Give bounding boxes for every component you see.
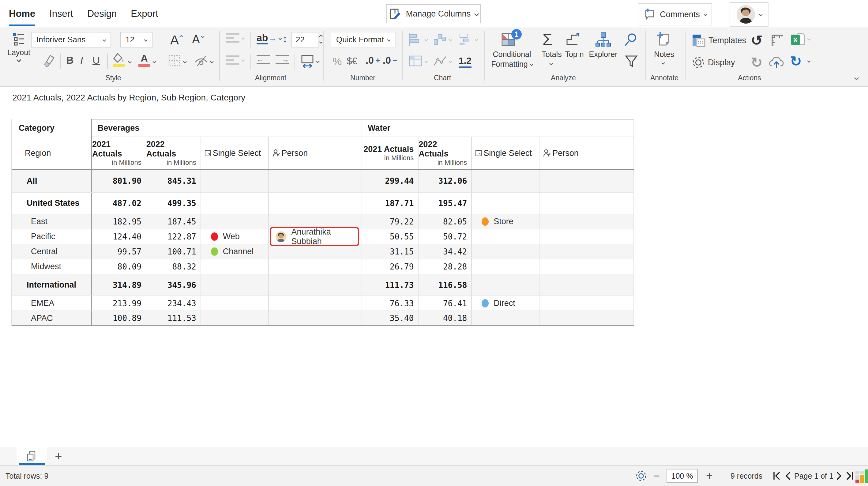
decrease-indent-button[interactable]: ← [256,55,270,64]
tab-design[interactable]: Design [87,0,117,28]
last-page-button[interactable] [844,470,855,481]
cell-wat-2022[interactable]: 312.06 [418,170,472,192]
table-view-button[interactable] [408,55,427,68]
chevron-down-icon[interactable] [153,60,156,63]
header-wat-single-select[interactable]: Single Select [472,137,539,169]
active-sheet-tab[interactable] [17,448,47,465]
cell-bev-2022[interactable]: 499.35 [146,193,201,214]
cell-bev-2022[interactable]: 845.31 [146,170,201,192]
manage-columns-button[interactable]: Manage Columns [386,4,481,23]
decimal-places-button[interactable]: 1.2 [459,55,471,68]
cell-bev-person[interactable] [269,170,363,192]
header-wat-person[interactable]: Person [539,137,634,169]
cell-bev-2022[interactable]: 122.87 [146,230,201,244]
zoom-level-input[interactable]: 100 % [666,469,698,483]
layout-button[interactable]: Layout [7,32,30,62]
header-bev-2022[interactable]: 2022 Actualsin Millions [146,137,201,169]
cell-bev-person[interactable] [269,274,363,296]
cell-bev-2021[interactable]: 80.09 [92,260,146,274]
cell-bev-2022[interactable]: 345.96 [146,274,201,296]
grow-font-button[interactable]: A [170,33,183,48]
header-bev-single-select[interactable]: Single Select [201,137,269,169]
font-size-select[interactable]: 12 [120,32,153,48]
zoom-out-button[interactable]: − [653,466,660,486]
format-painter-button[interactable] [43,54,56,68]
cell-wat-single-select[interactable] [472,193,539,214]
cell-wat-single-select[interactable]: Direct [472,296,539,310]
cell-bev-2022[interactable]: 88.32 [146,260,201,274]
combo-chart-button[interactable] [459,33,477,46]
cell-wat-single-select[interactable] [472,170,539,192]
row-label[interactable]: Central [12,244,92,259]
cell-bev-single-select[interactable] [201,260,269,274]
column-width-button[interactable] [301,54,319,68]
zoom-in-button[interactable]: + [706,466,712,486]
wrap-text-button[interactable]: ab → [256,32,281,44]
cell-wat-2021[interactable]: 299.44 [362,170,418,192]
waterfall-chart-button[interactable] [433,33,452,46]
cell-bev-2021[interactable]: 801.90 [92,170,146,192]
cell-wat-person[interactable] [539,214,634,229]
cell-wat-2022[interactable]: 50.72 [418,230,472,244]
cell-wat-single-select[interactable] [472,244,539,259]
comments-button[interactable]: Comments [638,3,712,25]
currency-format-button[interactable]: $€ [347,55,358,67]
italic-button[interactable]: I [80,54,83,66]
column-group-water[interactable]: Water [362,119,634,137]
cell-bev-person[interactable] [269,260,363,274]
next-page-button[interactable] [835,470,844,481]
cell-bev-person[interactable] [269,296,363,310]
cell-wat-2021[interactable]: 79.22 [362,214,418,229]
visibility-button[interactable] [194,54,208,67]
upload-button[interactable] [769,55,784,69]
refresh-button[interactable]: ↻ [790,53,802,69]
cell-wat-2021[interactable]: 31.15 [362,244,418,259]
user-menu-button[interactable] [730,2,769,27]
explorer-button[interactable] [595,32,611,48]
cell-bev-2022[interactable]: 111.53 [146,311,201,325]
chevron-down-icon[interactable] [183,60,186,63]
cell-bev-single-select[interactable] [201,311,269,325]
vertical-align-button[interactable] [226,33,244,42]
settings-button[interactable] [634,466,648,486]
increase-indent-button[interactable]: → [276,55,289,64]
decrease-decimal-button[interactable]: .0− [383,55,397,66]
chevron-down-icon[interactable] [807,59,810,62]
search-button[interactable] [624,33,638,47]
cell-bev-single-select[interactable]: Web [201,230,269,244]
cell-bev-single-select[interactable] [201,296,269,310]
cell-bev-person[interactable] [269,214,363,229]
cell-wat-person[interactable] [539,311,634,325]
cell-wat-2021[interactable]: 111.73 [362,274,418,296]
top-n-button[interactable] [565,32,581,48]
font-family-select[interactable]: Inforiver Sans [31,32,111,48]
cell-bev-2021[interactable]: 99.57 [92,244,146,259]
stepper-up-icon[interactable] [319,35,322,38]
stepper-down-icon[interactable] [319,40,322,43]
increase-decimal-button[interactable]: .0+ [366,55,380,66]
redo-button[interactable]: ↻ [751,54,763,71]
cell-wat-single-select[interactable] [472,311,539,325]
cell-bev-2021[interactable]: 124.40 [92,230,146,244]
cell-wat-person[interactable] [539,274,634,296]
cell-bev-single-select[interactable] [201,274,269,296]
cell-wat-2021[interactable]: 187.71 [362,193,418,214]
row-label[interactable]: All [12,170,92,192]
cell-wat-2021[interactable]: 50.55 [362,230,418,244]
row-label[interactable]: United States [12,193,92,214]
totals-button[interactable]: Σ [542,30,552,49]
chevron-down-icon[interactable] [128,60,131,63]
row-label[interactable]: International [12,274,92,296]
collapse-ribbon-icon[interactable] [854,75,859,81]
bold-button[interactable]: B [66,54,74,66]
header-wat-2022[interactable]: 2022 Actualsin Millions [418,137,472,169]
percent-format-button[interactable]: % [333,55,342,67]
cell-wat-single-select[interactable] [472,274,539,296]
horizontal-align-button[interactable] [226,55,244,65]
cell-bev-2021[interactable]: 487.02 [92,193,146,214]
cell-bev-2022[interactable]: 100.71 [146,244,201,259]
column-group-beverages[interactable]: Beverages [92,119,362,137]
cell-wat-2022[interactable]: 40.18 [418,311,472,325]
cell-bev-person[interactable] [269,244,363,259]
tab-insert[interactable]: Insert [49,0,73,28]
